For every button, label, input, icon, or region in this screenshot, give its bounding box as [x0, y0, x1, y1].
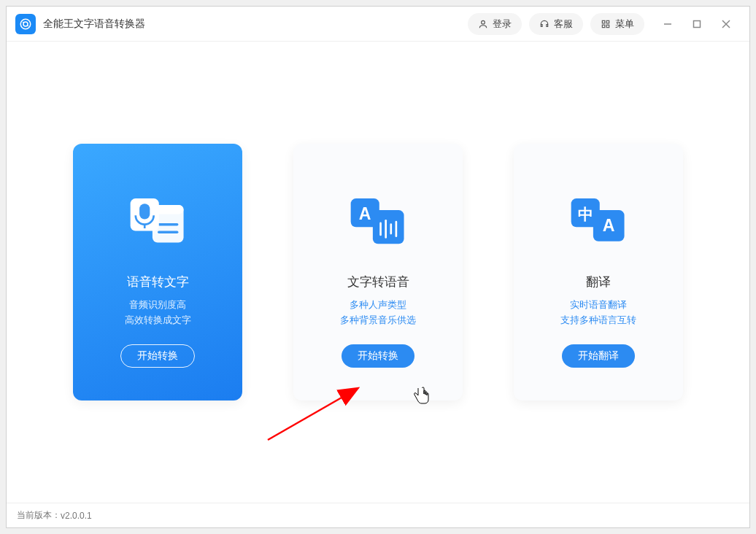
start-translate-button[interactable]: 开始翻译 — [562, 344, 635, 368]
svg-text:中: 中 — [578, 206, 593, 223]
titlebar: 全能王文字语音转换器 登录 客服 菜单 — [7, 7, 749, 42]
login-label: 登录 — [493, 18, 512, 31]
main-area: 语音转文字 音频识别度高 高效转换成文字 开始转换 A 文字转语音 — [7, 42, 749, 503]
headset-icon — [539, 19, 549, 29]
window-controls — [653, 13, 741, 35]
card-speech-to-text[interactable]: 语音转文字 音频识别度高 高效转换成文字 开始转换 — [73, 144, 242, 400]
text-to-speech-icon: A — [345, 193, 411, 252]
menu-label: 菜单 — [615, 18, 634, 31]
svg-point-1 — [482, 20, 485, 24]
footer: 当前版本： v2.0.0.1 — [7, 503, 749, 527]
start-convert-button[interactable]: 开始转换 — [120, 344, 195, 368]
svg-rect-5 — [606, 25, 609, 28]
svg-rect-4 — [602, 25, 605, 28]
grid-icon — [601, 19, 611, 29]
svg-rect-2 — [602, 20, 605, 23]
svg-rect-3 — [606, 20, 609, 23]
svg-point-0 — [20, 19, 31, 29]
close-button[interactable] — [711, 13, 741, 35]
app-title: 全能王文字语音转换器 — [43, 18, 145, 31]
card-translate[interactable]: A 中 翻译 实时语音翻译 支持多种语言互转 开始翻译 — [514, 144, 683, 400]
card-title: 翻译 — [586, 274, 611, 290]
svg-rect-7 — [694, 20, 701, 27]
card-desc: 多种人声类型 多种背景音乐供选 — [340, 298, 416, 328]
support-button[interactable]: 客服 — [529, 13, 583, 35]
translate-icon: A 中 — [566, 193, 631, 252]
version-value: v2.0.0.1 — [61, 511, 92, 521]
speech-to-text-icon — [125, 193, 190, 252]
maximize-button[interactable] — [682, 13, 711, 35]
start-convert-button[interactable]: 开始转换 — [342, 344, 414, 368]
card-text-to-speech[interactable]: A 文字转语音 多种人声类型 多种背景音乐供选 开始转换 — [293, 144, 463, 400]
card-title: 语音转文字 — [127, 274, 189, 290]
minimize-button[interactable] — [653, 13, 682, 35]
app-window: 全能王文字语音转换器 登录 客服 菜单 — [6, 6, 750, 528]
card-desc: 音频识别度高 高效转换成文字 — [125, 298, 191, 328]
card-desc: 实时语音翻译 支持多种语言互转 — [560, 298, 636, 328]
svg-text:A: A — [603, 216, 615, 235]
login-button[interactable]: 登录 — [468, 13, 522, 35]
svg-rect-15 — [139, 204, 150, 219]
svg-text:A: A — [359, 204, 371, 223]
version-label: 当前版本： — [17, 509, 61, 522]
card-title: 文字转语音 — [347, 274, 409, 290]
support-label: 客服 — [554, 18, 573, 31]
menu-button[interactable]: 菜单 — [590, 13, 644, 35]
user-icon — [478, 19, 488, 29]
app-logo-icon — [15, 14, 36, 34]
